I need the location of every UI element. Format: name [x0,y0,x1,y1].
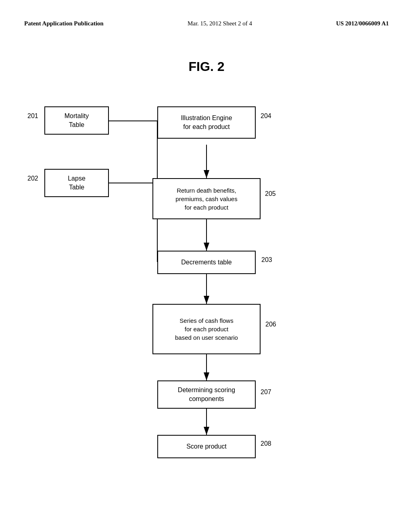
lapse-box: LapseTable [44,169,109,197]
cashflows-ref: 206 [265,321,276,328]
mortality-box: MortalityTable [44,106,109,135]
scoring-box: Determining scoringcomponents [157,380,256,409]
header-left: Patent Application Publication [24,20,104,27]
decrements-ref: 203 [261,256,272,264]
diagram-container: MortalityTable 201 LapseTable 202 Illust… [0,90,413,513]
return-box: Return death benefits,premiums, cash val… [152,178,261,219]
figure-title: FIG. 2 [0,59,413,74]
return-ref: 205 [265,190,276,197]
illustration-box: Illustration Enginefor each product [157,106,256,139]
cashflows-box: Series of cash flowsfor each productbase… [152,304,261,354]
score-ref: 208 [261,440,271,447]
lapse-ref: 202 [27,175,38,182]
decrements-box: Decrements table [157,251,256,274]
header-right: US 2012/0066009 A1 [336,20,389,27]
score-box: Score product [157,435,256,458]
header-center: Mar. 15, 2012 Sheet 2 of 4 [188,20,252,27]
mortality-ref: 201 [27,112,38,120]
illustration-ref: 204 [261,112,271,120]
scoring-ref: 207 [261,389,271,396]
